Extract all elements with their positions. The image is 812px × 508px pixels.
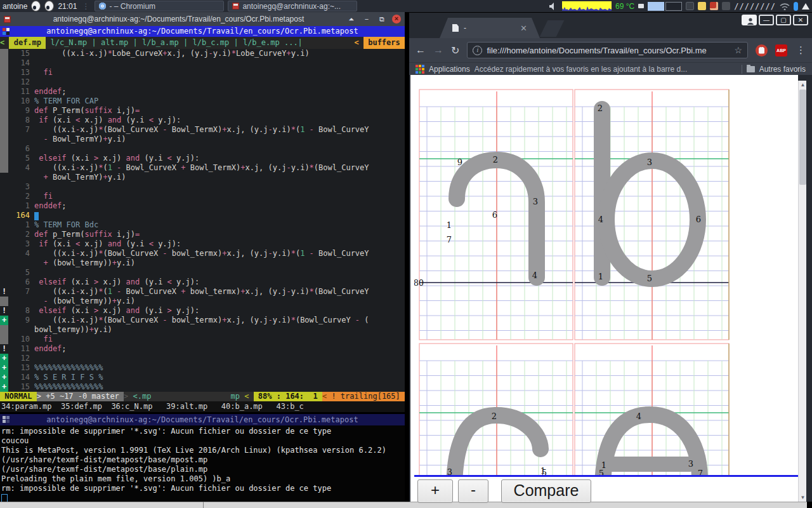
code-line[interactable]: 15 ((x.i-x.j)*Lobe_CurveX+x.j, (y.j-y.i)… xyxy=(0,49,405,58)
screen-statusbar-inactive[interactable]: antoinegq@archninux-ag:~/Documents/Trava… xyxy=(0,414,405,425)
scrollbar-thumb[interactable] xyxy=(799,90,806,185)
page-info-icon[interactable]: i xyxy=(473,46,482,55)
taskbar-item-terminal[interactable]: antoinegq@archninux-ag:~... xyxy=(228,1,357,11)
cpu-graph[interactable] xyxy=(562,1,612,11)
close-button[interactable]: ✕ xyxy=(793,15,808,25)
code-line[interactable]: 6 xyxy=(0,144,405,154)
maximize-button[interactable]: ▢ xyxy=(776,15,791,25)
taskbar-item-chromium[interactable]: - – Chromium xyxy=(95,1,224,11)
code-line[interactable]: +12 xyxy=(0,354,405,363)
vim-statusline: NORMAL > +5 ~17 -0 master > <.mpmp < 88%… xyxy=(0,392,405,401)
zoom-out-button[interactable]: - xyxy=(458,479,488,503)
code-line[interactable]: 164 xyxy=(0,211,405,220)
bookmark-star-icon[interactable]: ☆ xyxy=(734,45,742,55)
code-line[interactable]: 10% TERM FOR CAP xyxy=(0,97,405,106)
code-line[interactable]: bowl_termy))+y.i) xyxy=(0,325,405,335)
new-tab-button[interactable] xyxy=(540,20,565,37)
code-line[interactable]: 2def p_Term(suffix i,j)= xyxy=(0,230,405,239)
apps-grid-icon[interactable] xyxy=(416,65,424,74)
page-scrollbar[interactable]: ▲ ▼ xyxy=(798,81,806,502)
browser-tabstrip: - ✕ — ▢ ✕ xyxy=(409,13,812,38)
address-bar[interactable]: i file:///home/antoine/Documents/Travail… xyxy=(467,42,748,58)
url-text[interactable]: file:///home/antoine/Documents/Travail/e… xyxy=(487,46,730,55)
eject-tray-icon[interactable] xyxy=(802,3,809,10)
vim-bufferline-top[interactable]: < def.mp l/c_N.mp | alt.mp | l/b_a.mp | … xyxy=(0,37,405,49)
code-line[interactable]: + (bowl_termy))+y.i) xyxy=(0,258,405,268)
browser-menu-icon[interactable]: ⋮ xyxy=(796,44,806,56)
code-line[interactable]: 5 elseif (x.i > x.j) and (y.i < y.j): xyxy=(0,154,405,163)
panel-user-menu[interactable]: antoine xyxy=(3,2,27,11)
statusline-segment: mp xyxy=(230,392,244,401)
tray-mini-icon[interactable] xyxy=(638,4,644,8)
bookmark-applications[interactable]: Applications xyxy=(429,65,470,74)
code-line[interactable]: 6 elseif (x.i > x.j) and (y.i < y.j): xyxy=(0,277,405,287)
wifi-icon[interactable] xyxy=(780,3,790,10)
profile-button[interactable] xyxy=(742,15,757,25)
workspace-pager[interactable] xyxy=(648,2,682,11)
minimize-button[interactable]: — xyxy=(759,15,774,25)
clock: 21:01 xyxy=(58,2,77,11)
code-line[interactable]: 9def P_Term(suffix i,j)= xyxy=(0,106,405,116)
code-line[interactable]: +13%%%%%%%%%%%%%%% xyxy=(0,363,405,373)
code-line[interactable]: 12 xyxy=(0,77,405,87)
point-label: 2 xyxy=(492,411,497,421)
minimize-button[interactable]: − xyxy=(362,15,372,23)
code-line[interactable]: + Bowl_TermY)+y.i) xyxy=(0,173,405,182)
tray-notes-icon[interactable] xyxy=(698,2,706,10)
tray-app-icon[interactable] xyxy=(710,2,718,10)
code-line[interactable]: !8 elseif (x.i > x.j) and (y.i > y.j): xyxy=(0,306,405,316)
back-button[interactable]: ← xyxy=(416,44,426,56)
code-text: ((x.i-x.j)*(Bowl_CurveX - bowl_termx)+x.… xyxy=(34,316,405,325)
terminal-titlebar[interactable]: antoinegq@archninux-ag:~/Documents/Trava… xyxy=(0,12,405,26)
glyph-proof-sheet[interactable]: 923617480234615231541357 xyxy=(414,81,798,477)
code-line[interactable]: 1enddef; xyxy=(0,201,405,211)
code-line[interactable]: - (bowl_termy))+y.i) xyxy=(0,297,405,306)
other-bookmarks-button[interactable]: Autres favoris xyxy=(759,65,806,74)
tab-close-icon[interactable]: ✕ xyxy=(520,23,527,33)
code-line[interactable]: 5 xyxy=(0,268,405,277)
gutter-sign xyxy=(0,182,8,192)
code-line[interactable]: !7 ((x.i-x.j)*(1 - Bowl_CurveX + bowl_te… xyxy=(0,287,405,297)
eject-button[interactable]: ⏶ xyxy=(346,15,357,23)
scroll-down-icon[interactable]: ▼ xyxy=(799,493,807,502)
code-line[interactable]: +14% S E R I F S % xyxy=(0,373,405,382)
speaker-icon[interactable] xyxy=(549,3,558,10)
terminal-output[interactable]: rm: impossible de supprimer '*.svg': Auc… xyxy=(0,425,405,506)
line-number xyxy=(8,258,34,268)
vim-code-area[interactable]: 15 ((x.i-x.j)*Lobe_CurveX+x.j, (y.j-y.i)… xyxy=(0,49,405,392)
extension-abp-icon[interactable]: ABP xyxy=(775,44,787,57)
extension-blocker-icon[interactable] xyxy=(756,44,768,57)
statusline-segment: 88% : 164: 1 xyxy=(254,392,322,401)
code-line[interactable]: 11enddef; xyxy=(0,87,405,97)
code-line[interactable]: 3 if (x.i < x.j) and (y.i < y.j): xyxy=(0,239,405,249)
battery-indicator[interactable] xyxy=(794,2,798,11)
code-line[interactable]: 2 fi xyxy=(0,192,405,201)
code-line[interactable]: 10 fi xyxy=(0,335,405,344)
scroll-up-icon[interactable]: ▲ xyxy=(799,81,807,89)
point-label: 1 xyxy=(598,272,603,281)
tray-clipboard-icon[interactable] xyxy=(686,2,694,10)
zoom-in-button[interactable]: + xyxy=(417,479,453,503)
code-line[interactable]: 7 ((x.i-x.j)*(Bowl_CurveX - Bowl_TermX)+… xyxy=(0,125,405,135)
code-line[interactable]: !11enddef; xyxy=(0,344,405,354)
temperature-widget[interactable]: 69 °C xyxy=(615,2,634,11)
browser-tab[interactable]: - ✕ xyxy=(440,18,540,38)
forward-button[interactable]: → xyxy=(433,44,443,56)
tray-muted-icon[interactable] xyxy=(722,2,730,10)
maximize-button[interactable]: ⧉ xyxy=(377,15,387,23)
compare-button[interactable]: Compare xyxy=(501,479,591,503)
terminal-output-line: Preloading the plain mem file, version 1… xyxy=(1,474,403,484)
code-line[interactable]: 4 ((x.i-x.j)*(Bowl_CurveX - bowl_termx)+… xyxy=(0,249,405,258)
code-line[interactable]: 8 if (x.i < x.j) and (y.i < y.j): xyxy=(0,116,405,125)
code-line[interactable]: 13 fi xyxy=(0,68,405,77)
code-line[interactable]: +9 ((x.i-x.j)*(Bowl_CurveX - bowl_termx)… xyxy=(0,316,405,325)
code-line[interactable]: 14 xyxy=(0,58,405,68)
code-line[interactable]: +15%%%%%%%%%%%%%%% xyxy=(0,382,405,392)
code-line[interactable]: - Bowl_TermY)+y.i) xyxy=(0,135,405,144)
code-line[interactable]: 4 ((x.i-x.j)*(1 - Bowl_CurveX + Bowl_Ter… xyxy=(0,163,405,173)
code-line[interactable]: 3 xyxy=(0,182,405,192)
point-label: 2 xyxy=(493,155,498,164)
reload-button[interactable]: ↻ xyxy=(451,44,459,57)
close-button[interactable]: × xyxy=(392,15,401,23)
code-line[interactable]: 1% TERM FOR Bdc xyxy=(0,220,405,230)
